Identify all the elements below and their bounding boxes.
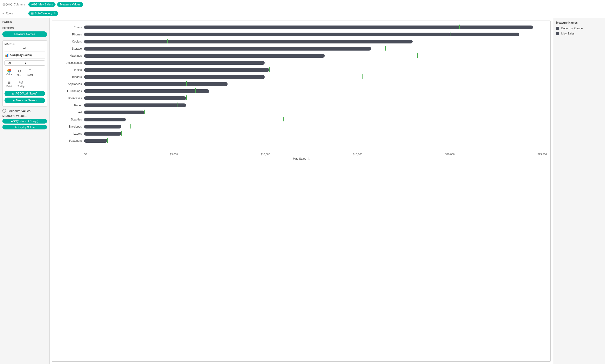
x-axis-tick: $20,000 [445,153,455,156]
rows-icon: ≡ [2,12,4,15]
bar-label: Accessories [56,61,84,65]
bar-label: Fasteners [56,139,84,143]
legend-label: Bottom of Gauge [561,27,583,30]
table-row: Machines [56,53,547,59]
bar-track [84,53,547,58]
bar-fill [84,75,265,79]
bar-label: Appliances [56,82,84,86]
table-row: Copiers [56,39,547,45]
table-row: Envelopes [56,124,547,130]
pages-title: Pages [2,21,47,23]
marks-section: Marks All 📊 AGG(May Sales) Bar ▾ Color ⊙… [2,40,47,106]
table-row: Tables [56,67,547,73]
measure-values-section: Measure Values Measure Values AGG(Bottom… [2,109,47,130]
bar-fill [84,26,533,29]
chart-content: ChairsPhonesCopiersStorageMachinesAccess… [56,24,547,350]
bar-marker [186,81,187,86]
bar-fill [84,104,186,107]
marks-type-dropdown[interactable]: Bar ▾ [4,61,45,66]
bar-marker [145,110,145,114]
rows-pills: ▦ Sub-Category ⇅ [28,11,59,16]
table-row: Appliances [56,81,547,87]
x-axis: $0$5,000$10,000$15,000$20,000$25,000 [56,151,547,156]
x-axis-label: May Sales ⇅ [56,156,547,160]
bar-marker [385,46,386,51]
bar-marker [450,32,450,36]
bar-label: Art [56,111,84,114]
rows-shelf-label: ≡ Rows [2,12,28,15]
legend-swatch [556,27,559,30]
bar-fill [84,61,265,65]
size-icon: ⊙ [18,69,21,73]
agg-bottom-of-gauge-pill[interactable]: AGG(Bottom of Gauge) [2,119,47,124]
bar-fill [84,54,325,58]
chart-area: ChairsPhonesCopiersStorageMachinesAccess… [50,18,553,364]
agg-may-sales-mv-pill[interactable]: AGG(May Sales) [2,125,47,130]
x-axis-tick: $15,000 [353,153,362,156]
bar-fill [84,125,121,129]
bar-fill [84,47,371,51]
detail-icon: ⊞ [8,81,11,84]
bar-label: Furnishings [56,90,84,93]
left-panel: Pages Filters Measure Names Marks All 📊 … [0,18,50,364]
bar-fill [84,139,107,143]
bar-marker [459,25,460,29]
bar-marker [417,53,418,58]
bar-fill [84,89,209,93]
pages-section: Pages [2,21,47,23]
table-row: Bookcases [56,95,547,101]
bar-marker [167,39,168,43]
bar-track [84,124,547,129]
measure-values-pill[interactable]: Measure Values [57,2,83,7]
filters-section: Filters Measure Names [2,27,47,37]
tooltip-button[interactable]: 💬 Tooltip [16,80,26,89]
sub-category-pill[interactable]: ▦ Sub-Category ⇅ [28,11,58,16]
list-item: May Sales [556,32,602,35]
bar-marker [177,103,177,107]
chart-border: ChairsPhonesCopiersStorageMachinesAccess… [52,21,551,362]
marks-all: All [4,47,45,52]
marks-icons-row2: ⊞ Detail 💬 Tooltip [4,80,45,89]
columns-pills: AGG(May Sales) Measure Values [28,2,84,7]
label-button[interactable]: T Label [25,67,35,78]
x-axis-tick: $10,000 [261,153,270,156]
x-axis-tick: $25,000 [538,153,547,156]
bar-chart-wrapper: ChairsPhonesCopiersStorageMachinesAccess… [56,24,547,350]
measure-names-marks-pill[interactable]: ⊞ Measure Names [4,98,45,103]
bar-fill [84,40,413,43]
bar-track [84,103,547,108]
table-row: Supplies [56,117,547,123]
bar-fill [84,132,121,136]
circle-icon [2,109,6,113]
bar-label: Tables [56,68,84,72]
measure-values-label: Measure Values [9,109,30,113]
x-axis-tick: $5,000 [170,153,178,156]
measure-names-filter-pill[interactable]: Measure Names [2,31,47,37]
filters-title: Filters [2,27,47,29]
color-button[interactable]: Color [4,67,14,78]
bar-label: Chairs [56,26,84,29]
bar-chart-icon: 📊 [4,53,9,57]
bar-track [84,82,547,86]
agg-may-sales-pill[interactable]: AGG(May Sales) [28,2,55,7]
bar-label: Envelopes [56,125,84,128]
bar-fill [84,68,269,72]
table-row: Furnishings [56,88,547,94]
bar-chart: ChairsPhonesCopiersStorageMachinesAccess… [56,24,547,151]
table-row: Phones [56,31,547,38]
bar-marker [265,60,265,65]
bar-label: Bookcases [56,97,84,100]
bar-fill [84,111,145,114]
columns-icon: ⦿⦿⦿ [2,3,12,6]
bar-marker [131,124,131,129]
detail-button[interactable]: ⊞ Detail [4,80,14,89]
bar-track [84,131,547,136]
size-button[interactable]: ⊙ Size [15,67,24,78]
bar-label: Machines [56,54,84,57]
table-row: Accessories [56,60,547,66]
bar-track [84,25,547,30]
sort-icon[interactable]: ⇅ [307,157,310,160]
table-row: Fasteners [56,138,547,144]
agg-april-sales-pill[interactable]: ⊞ AGG(April Sales) [4,91,45,96]
bar-marker [283,117,284,121]
